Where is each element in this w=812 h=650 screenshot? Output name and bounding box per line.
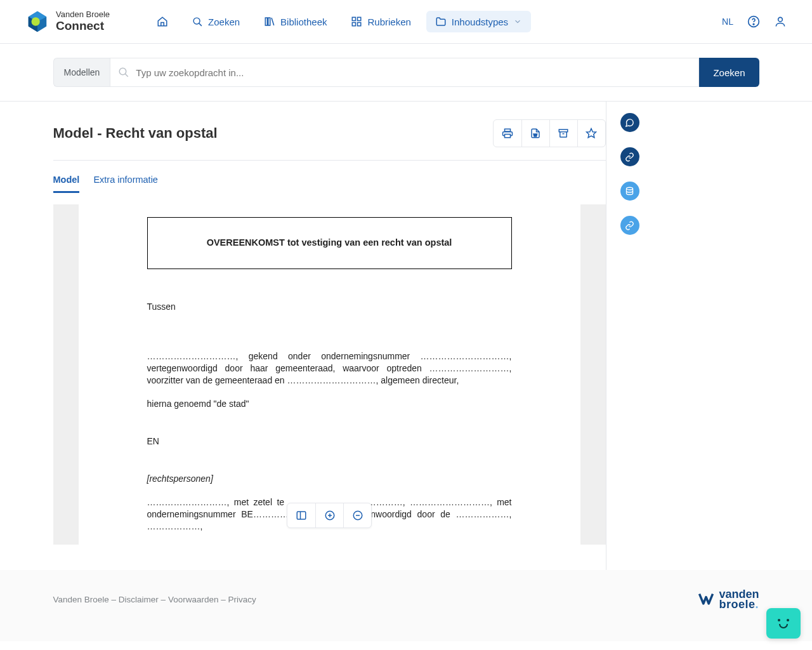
link-icon (625, 221, 634, 230)
folder-icon (435, 16, 447, 27)
page-title: Model - Recht van opstal (53, 125, 218, 142)
footer-voorwaarden[interactable]: Voorwaarden (168, 595, 219, 604)
search-button[interactable]: Zoeken (699, 58, 759, 87)
rail-link2-button[interactable] (620, 216, 639, 235)
nav-zoeken[interactable]: Zoeken (183, 11, 249, 32)
minus-icon (352, 510, 363, 521)
document-page: OVEREENKOMST tot vestiging van een recht… (79, 204, 580, 545)
nav-bibliotheek-label: Bibliotheek (280, 17, 327, 27)
nav-bibliotheek[interactable]: Bibliotheek (255, 11, 336, 32)
search-icon (192, 17, 203, 27)
svg-rect-19 (504, 135, 510, 138)
page-head: Model - Recht van opstal W (53, 119, 606, 160)
svg-point-3 (32, 17, 40, 25)
chat-face-icon (775, 617, 792, 630)
svg-text:W: W (534, 133, 537, 137)
svg-point-16 (120, 68, 127, 75)
top-nav: Vanden Broele Connect Zoeken Bibliotheek… (0, 0, 812, 44)
svg-rect-9 (353, 17, 356, 20)
svg-rect-7 (268, 18, 270, 25)
chat-widget[interactable] (766, 608, 801, 639)
tabs: Model Extra informatie (53, 175, 606, 193)
document-viewer: OVEREENKOMST tot vestiging van een recht… (53, 204, 606, 545)
grid-icon (351, 16, 362, 27)
svg-marker-23 (587, 129, 596, 138)
brand-sub: Connect (56, 20, 110, 33)
svg-rect-11 (353, 23, 356, 26)
word-export-button[interactable]: W (521, 120, 549, 147)
star-icon (586, 128, 597, 139)
nav-inhoudstypes-label: Inhoudstypes (452, 17, 508, 27)
svg-point-14 (753, 23, 754, 25)
search-scope[interactable]: Modellen (53, 58, 110, 87)
nav-right: NL (722, 15, 787, 28)
doc-p2: hierna genoemd "de stad" (147, 398, 512, 410)
nav-rubrieken-label: Rubrieken (367, 17, 410, 27)
chat-icon (625, 118, 634, 128)
chevron-down-icon (513, 17, 522, 26)
rail-comment-button[interactable] (620, 113, 639, 132)
library-icon (264, 16, 275, 27)
user-icon[interactable] (774, 15, 787, 28)
tab-model[interactable]: Model (53, 175, 80, 193)
help-icon[interactable] (747, 15, 760, 28)
zoom-out-button[interactable] (343, 503, 371, 527)
database-icon (625, 187, 634, 196)
panel-icon (296, 510, 307, 521)
nav-home[interactable] (148, 11, 177, 32)
svg-rect-10 (358, 17, 361, 20)
svg-line-17 (126, 74, 129, 77)
svg-rect-21 (559, 129, 568, 132)
svg-rect-12 (358, 23, 361, 26)
search-icon (118, 67, 129, 78)
doc-heading: OVEREENKOMST tot vestiging van een recht… (147, 217, 512, 269)
footer-links: Vanden Broele – Disclaimer – Voorwaarden… (53, 595, 256, 604)
footer-disclaimer[interactable]: Disclaimer (119, 595, 159, 604)
logo-icon (25, 10, 49, 34)
archive-button[interactable] (549, 120, 577, 147)
print-button[interactable] (494, 120, 521, 147)
nav-inhoudstypes[interactable]: Inhoudstypes (426, 11, 531, 32)
doc-p1: …………………………, gekend onder ondernemingsnum… (147, 350, 512, 387)
word-icon: W (530, 128, 541, 139)
doc-rp: [rechtspersonen] (147, 473, 512, 485)
svg-line-5 (199, 23, 202, 25)
search-input[interactable] (136, 58, 691, 86)
tab-extra[interactable]: Extra informatie (93, 175, 158, 193)
brand-name: Vanden Broele (56, 10, 110, 19)
svg-point-15 (778, 17, 783, 22)
layout-toggle-button[interactable] (287, 503, 315, 527)
action-bar: W (493, 119, 606, 147)
logo[interactable]: Vanden Broele Connect (25, 10, 110, 34)
home-icon (157, 16, 168, 27)
vb-mark-icon (697, 590, 715, 608)
nav-zoeken-label: Zoeken (208, 17, 240, 27)
rail-link-button[interactable] (620, 147, 639, 166)
favorite-button[interactable] (577, 120, 605, 147)
lang-switch[interactable]: NL (722, 17, 733, 27)
footer-vb[interactable]: Vanden Broele (53, 595, 109, 604)
svg-rect-18 (504, 129, 510, 131)
archive-icon (558, 128, 569, 139)
print-icon (502, 128, 513, 139)
plus-icon (324, 510, 336, 521)
svg-rect-6 (265, 18, 267, 25)
right-rail (606, 102, 759, 570)
divider (53, 160, 606, 161)
svg-point-4 (193, 18, 200, 24)
doc-tussen: Tussen (147, 301, 512, 313)
footer-privacy[interactable]: Privacy (228, 595, 256, 604)
footer-logo[interactable]: vandenbroele. (697, 589, 759, 609)
link-icon (625, 152, 634, 162)
search-input-wrap (110, 58, 699, 87)
rail-data-button[interactable] (620, 182, 639, 201)
doc-controls (287, 503, 372, 528)
doc-en: EN (147, 435, 512, 448)
nav-rubrieken[interactable]: Rubrieken (342, 11, 419, 32)
search-row: Modellen Zoeken (0, 44, 812, 102)
svg-point-31 (627, 187, 633, 190)
zoom-in-button[interactable] (315, 503, 343, 527)
svg-rect-24 (297, 512, 306, 519)
svg-line-8 (272, 18, 274, 25)
footer: Vanden Broele – Disclaimer – Voorwaarden… (0, 570, 812, 641)
